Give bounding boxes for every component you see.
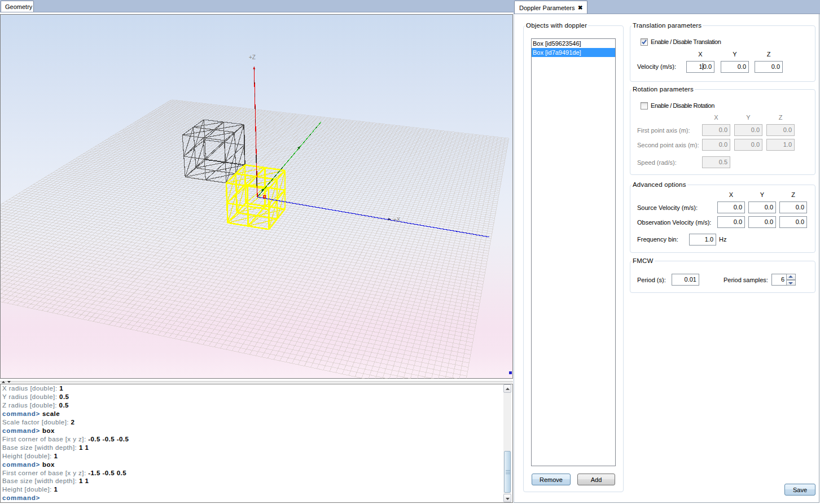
svg-text:+X: +X: [393, 217, 401, 223]
svg-text:+Z: +Z: [249, 54, 256, 60]
